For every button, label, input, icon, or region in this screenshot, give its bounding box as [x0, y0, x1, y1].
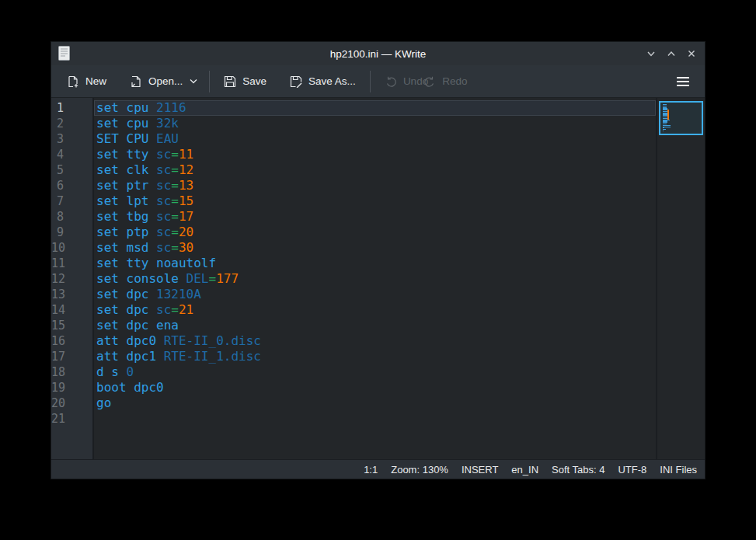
code-token: 32k [156, 116, 179, 131]
line-number-gutter[interactable]: 123456789101112131415161718192021 [51, 98, 94, 459]
code-line[interactable]: set dpc sc=21 [96, 302, 656, 318]
line-number[interactable]: 2 [51, 116, 92, 131]
save-as-button-label: Save As... [308, 75, 356, 87]
close-icon[interactable] [686, 48, 697, 59]
code-token: set tbg [96, 209, 156, 224]
code-line[interactable]: set ptp sc=20 [96, 225, 656, 240]
line-number[interactable]: 7 [51, 193, 92, 209]
line-number[interactable]: 15 [51, 318, 92, 333]
code-line[interactable]: set dpc ena [96, 318, 656, 333]
code-line[interactable]: set ptr sc=13 [96, 178, 656, 193]
minimap-view-rect[interactable] [659, 101, 703, 135]
window-title: hp2100.ini — KWrite [51, 48, 705, 60]
statusbar-item[interactable]: 1:1 [364, 464, 378, 476]
code-token: 13 [179, 178, 193, 193]
code-line[interactable]: set dpc 13210A [96, 287, 656, 302]
code-token: set tty [96, 147, 156, 162]
save-as-button[interactable]: Save As... [284, 71, 362, 92]
code-line[interactable]: att dpc0 RTE-II_0.disc [96, 333, 656, 349]
code-token: sc [156, 193, 171, 208]
code-token: sc [156, 209, 171, 224]
code-token: RTE-II_1.disc [164, 349, 261, 364]
code-token: 11 [179, 147, 193, 162]
titlebar[interactable]: hp2100.ini — KWrite [51, 42, 705, 65]
save-as-icon [290, 75, 302, 88]
statusbar-item[interactable]: Zoom: 130% [391, 464, 448, 476]
code-token: = [171, 240, 179, 255]
statusbar-items: 1:1Zoom: 130%INSERTen_INSoft Tabs: 4UTF-… [364, 464, 697, 476]
statusbar-item[interactable]: Soft Tabs: 4 [552, 464, 604, 476]
line-number[interactable]: 17 [51, 349, 92, 364]
code-token: att dpc0 [96, 333, 164, 348]
code-line[interactable]: go [96, 395, 656, 411]
save-button-label: Save [242, 75, 267, 87]
minimize-icon[interactable] [646, 48, 657, 59]
line-number[interactable]: 12 [51, 271, 92, 287]
maximize-icon[interactable] [666, 48, 677, 59]
line-number[interactable]: 9 [51, 225, 92, 240]
code-token: DEL [186, 271, 209, 286]
code-token: set cpu [96, 100, 156, 115]
code-line[interactable]: set msd sc=30 [96, 240, 656, 256]
open-button[interactable]: Open... [124, 71, 189, 92]
code-token: set msd [96, 240, 156, 255]
code-token: = [171, 162, 179, 177]
line-number[interactable]: 18 [51, 364, 92, 380]
line-number[interactable]: 4 [51, 147, 92, 162]
code-token: set console [96, 271, 186, 286]
statusbar-item[interactable]: INSERT [462, 464, 498, 476]
line-number[interactable]: 20 [51, 395, 92, 411]
new-button[interactable]: New [61, 71, 113, 92]
line-number[interactable]: 5 [51, 162, 92, 178]
code-token: 177 [216, 271, 239, 286]
code-token: = [209, 271, 217, 286]
line-number[interactable]: 16 [51, 333, 92, 349]
line-number[interactable]: 21 [51, 411, 92, 427]
line-number[interactable]: 19 [51, 380, 92, 395]
code-line[interactable]: set clk sc=12 [96, 162, 656, 178]
statusbar-item[interactable]: INI Files [660, 464, 697, 476]
open-dropdown-chevron-icon[interactable] [186, 70, 201, 93]
code-token: set ptp [96, 225, 156, 239]
code-line[interactable]: set cpu 32k [96, 116, 656, 131]
code-line[interactable]: set cpu 2116 [94, 100, 656, 116]
code-line[interactable]: set tty sc=11 [96, 147, 656, 162]
code-token: sc [156, 225, 171, 239]
redo-button[interactable]: Redo [417, 71, 473, 92]
line-number[interactable]: 10 [51, 240, 92, 256]
code-line[interactable]: set lpt sc=15 [96, 193, 656, 209]
new-button-label: New [85, 75, 106, 87]
undo-icon [385, 75, 397, 88]
redo-button-label: Redo [442, 75, 467, 87]
statusbar-item[interactable]: UTF-8 [618, 464, 646, 476]
line-number[interactable]: 1 [51, 100, 92, 116]
code-token: set dpc [96, 287, 156, 301]
code-token: set clk [96, 162, 156, 177]
code-line[interactable]: SET CPU EAU [96, 131, 656, 147]
code-token: = [171, 147, 179, 162]
editor: 123456789101112131415161718192021 set cp… [51, 98, 705, 459]
line-number[interactable]: 3 [51, 131, 92, 147]
line-number[interactable]: 8 [51, 209, 92, 225]
line-number[interactable]: 6 [51, 178, 92, 193]
code-line[interactable]: set tbg sc=17 [96, 209, 656, 225]
code-line[interactable]: d s 0 [96, 364, 656, 380]
save-button[interactable]: Save [218, 71, 273, 92]
code-line[interactable]: set console DEL=177 [96, 271, 656, 287]
code-area[interactable]: set cpu 2116set cpu 32kSET CPU EAUset tt… [94, 98, 656, 459]
code-token: 0 [127, 364, 134, 379]
open-button-label: Open... [148, 75, 183, 87]
code-token: = [171, 225, 179, 239]
menu-hamburger-icon[interactable] [671, 71, 695, 92]
minimap-scrollbar[interactable] [656, 98, 705, 459]
code-line[interactable] [96, 411, 656, 427]
statusbar-item[interactable]: en_IN [511, 464, 538, 476]
code-token: sc [156, 147, 171, 162]
line-number[interactable]: 14 [51, 302, 92, 318]
line-number[interactable]: 11 [51, 256, 92, 271]
code-line[interactable]: set tty noautolf [96, 256, 656, 271]
line-number[interactable]: 13 [51, 287, 92, 302]
code-line[interactable]: boot dpc0 [96, 380, 656, 395]
statusbar: 1:1Zoom: 130%INSERTen_INSoft Tabs: 4UTF-… [51, 459, 705, 479]
code-line[interactable]: att dpc1 RTE-II_1.disc [96, 349, 656, 364]
